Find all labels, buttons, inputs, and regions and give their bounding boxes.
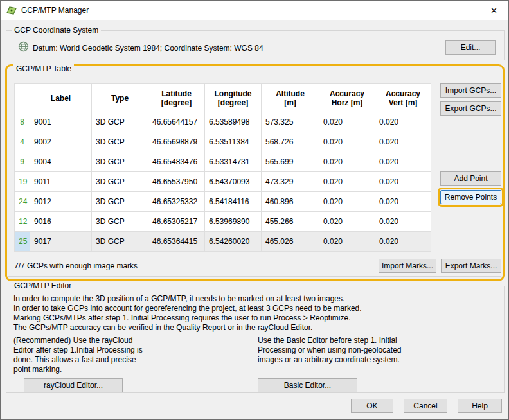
cell-acc_h[interactable]: 0.020 — [319, 132, 375, 152]
cell-type[interactable]: 3D GCP — [92, 212, 148, 232]
cell-lon[interactable]: 6.53589498 — [205, 112, 262, 132]
cell-label[interactable]: 9016 — [30, 212, 92, 232]
editor-group-title: GCP/MTP Editor — [12, 281, 74, 290]
row-number[interactable]: 9 — [15, 152, 30, 172]
cell-acc_v[interactable]: 0.020 — [375, 192, 431, 212]
column-header-accuracy-vert[interactable]: Accuracy Vert [m] — [375, 84, 431, 112]
column-header-latitude[interactable]: Latitude [degree] — [148, 84, 205, 112]
cell-lat[interactable]: 46.65698879 — [148, 132, 205, 152]
cell-acc_v[interactable]: 0.020 — [375, 132, 431, 152]
editor-instruction-line: In order to compute the 3D position of a… — [13, 294, 489, 304]
gcp-table-body: 890013D GCP46.656441576.53589498573.3250… — [15, 112, 431, 252]
row-number[interactable]: 4 — [15, 132, 30, 152]
export-gcps-button[interactable]: Export GCPs... — [440, 101, 501, 116]
cell-alt[interactable]: 573.325 — [262, 112, 319, 132]
editor-instruction-line: Marking GCPs/MTPs after step 1. Initial … — [13, 313, 489, 323]
close-icon: ✕ — [490, 6, 497, 15]
cell-type[interactable]: 3D GCP — [92, 172, 148, 192]
basic-editor-button[interactable]: Basic Editor... — [258, 378, 357, 392]
cell-lon[interactable]: 6.54184116 — [205, 192, 262, 212]
table-row[interactable]: 490023D GCP46.656988796.53511384568.7260… — [15, 132, 431, 152]
row-number[interactable]: 12 — [15, 212, 30, 232]
row-number[interactable]: 19 — [15, 172, 30, 192]
cell-alt[interactable]: 460.896 — [262, 192, 319, 212]
cell-type[interactable]: 3D GCP — [92, 132, 148, 152]
column-header-accuracy-horz[interactable]: Accuracy Horz [m] — [319, 84, 375, 112]
editor-instruction-line: The GCPs/MTP accuracy can be verified in… — [13, 323, 489, 333]
table-row[interactable]: 1990113D GCP46.655379506.54370093473.329… — [15, 172, 431, 192]
raycloud-editor-button[interactable]: rayCloud Editor... — [24, 378, 123, 392]
column-header-type[interactable]: Type — [92, 84, 148, 112]
coordinate-system-group-title: GCP Coordinate System — [12, 26, 101, 35]
ok-button[interactable]: OK — [351, 399, 393, 413]
cell-type[interactable]: 3D GCP — [92, 112, 148, 132]
cell-acc_h[interactable]: 0.020 — [319, 152, 375, 172]
cell-label[interactable]: 9002 — [30, 132, 92, 152]
cell-lat[interactable]: 46.65305217 — [148, 212, 205, 232]
import-marks-button[interactable]: Import Marks... — [379, 259, 436, 273]
corner-header — [15, 84, 30, 112]
edit-button[interactable]: Edit... — [445, 40, 496, 55]
export-marks-button[interactable]: Export Marks... — [441, 259, 501, 273]
cell-acc_v[interactable]: 0.020 — [375, 172, 431, 192]
cell-type[interactable]: 3D GCP — [92, 152, 148, 172]
row-number[interactable]: 25 — [15, 232, 30, 252]
cell-lon[interactable]: 6.54260020 — [205, 232, 262, 252]
cell-lon[interactable]: 6.54370093 — [205, 172, 262, 192]
cell-acc_v[interactable]: 0.020 — [375, 112, 431, 132]
cell-alt[interactable]: 565.699 — [262, 152, 319, 172]
gcp-mtp-manager-dialog: GCP/MTP Manager ✕ GCP Coordinate System … — [0, 0, 509, 420]
column-header-longitude[interactable]: Longitude [degree] — [205, 84, 262, 112]
row-number[interactable]: 24 — [15, 192, 30, 212]
close-button[interactable]: ✕ — [479, 1, 508, 20]
cell-lon[interactable]: 6.53969890 — [205, 212, 262, 232]
help-button[interactable]: Help — [458, 399, 502, 413]
gcp-marks-status-text: 7/7 GCPs with enough image marks — [14, 261, 138, 271]
cancel-button[interactable]: Cancel — [404, 399, 447, 413]
cell-lon[interactable]: 6.53511384 — [205, 132, 262, 152]
table-row[interactable]: 1290163D GCP46.653052176.53969890455.266… — [15, 212, 431, 232]
cell-acc_h[interactable]: 0.020 — [319, 112, 375, 132]
gcp-table[interactable]: Label Type Latitude [degree] Longitude [… — [14, 83, 431, 252]
title-bar[interactable]: GCP/MTP Manager ✕ — [1, 1, 508, 20]
cell-lat[interactable]: 46.65537950 — [148, 172, 205, 192]
cell-acc_h[interactable]: 0.020 — [319, 172, 375, 192]
remove-points-button[interactable]: Remove Points — [440, 190, 501, 204]
table-row[interactable]: 890013D GCP46.656441576.53589498573.3250… — [15, 112, 431, 132]
cell-acc_v[interactable]: 0.020 — [375, 232, 431, 252]
app-icon — [6, 5, 17, 15]
cell-alt[interactable]: 473.329 — [262, 172, 319, 192]
cell-acc_v[interactable]: 0.020 — [375, 152, 431, 172]
cell-lon[interactable]: 6.53314731 — [205, 152, 262, 172]
cell-label[interactable]: 9012 — [30, 192, 92, 212]
basic-editor-note: Use the Basic Editor before step 1. Init… — [258, 336, 402, 365]
cell-lat[interactable]: 46.65364415 — [148, 232, 205, 252]
import-gcps-button[interactable]: Import GCPs... — [440, 83, 501, 98]
column-header-label[interactable]: Label — [30, 84, 92, 112]
cell-label[interactable]: 9001 — [30, 112, 92, 132]
editor-instructions: In order to compute the 3D position of a… — [13, 294, 489, 333]
cell-acc_h[interactable]: 0.020 — [319, 232, 375, 252]
editor-instruction-line: In order to take GCPs into account for g… — [13, 304, 489, 313]
cell-type[interactable]: 3D GCP — [92, 232, 148, 252]
cell-alt[interactable]: 568.726 — [262, 132, 319, 152]
cell-acc_h[interactable]: 0.020 — [319, 212, 375, 232]
cell-type[interactable]: 3D GCP — [92, 192, 148, 212]
add-point-button[interactable]: Add Point — [440, 171, 501, 186]
cell-alt[interactable]: 465.026 — [262, 232, 319, 252]
cell-acc_v[interactable]: 0.020 — [375, 212, 431, 232]
column-header-altitude[interactable]: Altitude [m] — [262, 84, 319, 112]
cell-lat[interactable]: 46.65325332 — [148, 192, 205, 212]
cell-label[interactable]: 9017 — [30, 232, 92, 252]
cell-lat[interactable]: 46.65483476 — [148, 152, 205, 172]
cell-label[interactable]: 9004 — [30, 152, 92, 172]
cell-lat[interactable]: 46.65644157 — [148, 112, 205, 132]
cell-alt[interactable]: 455.266 — [262, 212, 319, 232]
cell-acc_h[interactable]: 0.020 — [319, 192, 375, 212]
table-header-row: Label Type Latitude [degree] Longitude [… — [15, 84, 431, 112]
cell-label[interactable]: 9011 — [30, 172, 92, 192]
table-row[interactable]: 990043D GCP46.654834766.53314731565.6990… — [15, 152, 431, 172]
row-number[interactable]: 8 — [15, 112, 30, 132]
table-row[interactable]: 2490123D GCP46.653253326.54184116460.896… — [15, 192, 431, 212]
table-row[interactable]: 2590173D GCP46.653644156.54260020465.026… — [15, 232, 431, 252]
